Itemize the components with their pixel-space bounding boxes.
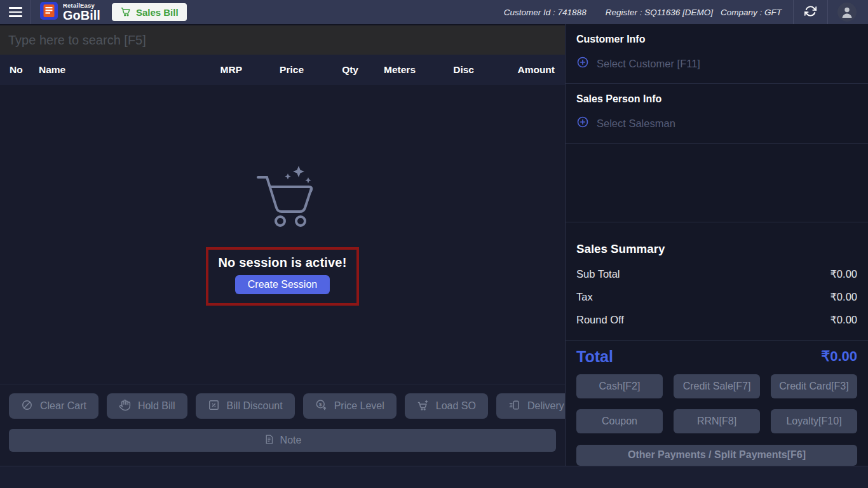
select-salesman-label: Select Salesman bbox=[597, 118, 675, 130]
register-label: Register : SQ11636 [DEMO] bbox=[606, 8, 713, 17]
session-alert: No session is active! Create Session bbox=[206, 247, 358, 306]
price-level-button[interactable]: $ Price Level bbox=[303, 393, 397, 419]
loyalty-button[interactable]: Loyalty[F10] bbox=[771, 409, 857, 433]
sales-summary-section: Sales Summary Sub Total ₹0.00 Tax ₹0.00 … bbox=[566, 222, 868, 340]
delivery-icon bbox=[508, 399, 520, 414]
menu-icon[interactable] bbox=[0, 0, 31, 24]
price-level-icon: $ bbox=[315, 399, 327, 414]
refresh-icon bbox=[804, 5, 817, 19]
customer-info-title: Customer Info bbox=[576, 34, 857, 45]
refresh-button[interactable] bbox=[794, 0, 827, 24]
percent-square-icon bbox=[208, 399, 220, 414]
coupon-button[interactable]: Coupon bbox=[576, 409, 663, 433]
tax-value: ₹0.00 bbox=[830, 291, 857, 303]
ban-icon bbox=[21, 399, 33, 414]
subtotal-row: Sub Total ₹0.00 bbox=[576, 268, 857, 280]
sales-bill-label: Sales Bill bbox=[136, 7, 179, 18]
hold-bill-button[interactable]: Hold Bill bbox=[107, 393, 187, 419]
brand-name-small: RetailEasy bbox=[63, 3, 100, 9]
note-button[interactable]: Note bbox=[9, 429, 556, 452]
search-input[interactable] bbox=[0, 24, 565, 55]
footer-bar bbox=[0, 466, 868, 488]
column-header-mrp: MRP bbox=[215, 64, 259, 76]
checkout-panel: Customer Info Select Customer [F11] Sale… bbox=[565, 24, 868, 466]
load-so-button[interactable]: Load SO bbox=[405, 393, 488, 419]
app-logo: RetailEasy GoBill bbox=[31, 2, 107, 22]
panel-spacer bbox=[566, 144, 868, 222]
roundoff-value: ₹0.00 bbox=[830, 314, 857, 326]
subtotal-value: ₹0.00 bbox=[830, 268, 857, 280]
logo-icon bbox=[40, 2, 58, 22]
hand-icon bbox=[119, 399, 131, 414]
column-header-amount: Amount bbox=[491, 64, 565, 76]
select-customer-label: Select Customer [F11] bbox=[597, 58, 700, 70]
customer-info-section: Customer Info Select Customer [F11] bbox=[566, 24, 868, 83]
payment-buttons: Cash[F2] Credit Sale[F7] Credit Card[F3]… bbox=[566, 374, 868, 433]
clear-cart-button[interactable]: Clear Cart bbox=[9, 393, 98, 419]
credit-sale-button[interactable]: Credit Sale[F7] bbox=[674, 374, 760, 398]
company-label: Company : GFT bbox=[721, 8, 782, 17]
total-row: Total ₹0.00 bbox=[566, 341, 868, 374]
rrn-button[interactable]: RRN[F8] bbox=[674, 409, 760, 433]
user-icon bbox=[839, 4, 855, 22]
sales-person-section: Sales Person Info Select Salesman bbox=[566, 84, 868, 143]
empty-cart-icon bbox=[247, 163, 318, 237]
create-session-button[interactable]: Create Session bbox=[235, 275, 330, 294]
other-payments-button[interactable]: Other Payments / Split Payments[F6] bbox=[576, 445, 857, 466]
bill-discount-label: Bill Discount bbox=[227, 400, 283, 412]
hold-bill-label: Hold Bill bbox=[138, 400, 175, 412]
cart-icon bbox=[417, 399, 429, 414]
brand-name-big: GoBill bbox=[63, 9, 100, 22]
sales-summary-title: Sales Summary bbox=[576, 242, 857, 256]
column-header-meters: Meters bbox=[376, 64, 433, 76]
note-label: Note bbox=[280, 435, 302, 446]
bill-discount-button[interactable]: Bill Discount bbox=[196, 393, 295, 419]
total-value: ₹0.00 bbox=[821, 348, 857, 365]
svg-text:$: $ bbox=[319, 401, 322, 407]
topbar: RetailEasy GoBill Sales Bill Customer Id… bbox=[0, 0, 868, 24]
plus-circle-icon bbox=[576, 116, 589, 131]
tax-label: Tax bbox=[576, 291, 593, 303]
total-label: Total bbox=[576, 348, 613, 366]
column-header-name: Name bbox=[28, 64, 215, 76]
load-so-label: Load SO bbox=[436, 400, 476, 412]
subtotal-label: Sub Total bbox=[576, 268, 620, 280]
cart-icon bbox=[120, 6, 132, 19]
plus-circle-icon bbox=[576, 56, 589, 71]
column-header-no: No bbox=[0, 64, 28, 76]
column-header-price: Price bbox=[259, 64, 321, 76]
empty-cart-area: No session is active! Create Session bbox=[0, 85, 565, 384]
cash-button[interactable]: Cash[F2] bbox=[576, 374, 663, 398]
user-avatar[interactable] bbox=[837, 3, 857, 22]
bill-main-panel: No Name MRP Price Qty Meters Disc Amount bbox=[0, 24, 565, 466]
select-customer-button[interactable]: Select Customer [F11] bbox=[576, 56, 700, 71]
select-salesman-button[interactable]: Select Salesman bbox=[576, 116, 675, 131]
divider bbox=[827, 0, 828, 24]
sales-person-title: Sales Person Info bbox=[576, 93, 857, 105]
roundoff-label: Round Off bbox=[576, 314, 624, 326]
note-icon bbox=[264, 434, 275, 447]
credit-card-button[interactable]: Credit Card[F3] bbox=[771, 374, 857, 398]
tax-row: Tax ₹0.00 bbox=[576, 291, 857, 303]
table-header: No Name MRP Price Qty Meters Disc Amount bbox=[0, 55, 565, 85]
roundoff-row: Round Off ₹0.00 bbox=[576, 314, 857, 326]
sales-bill-button[interactable]: Sales Bill bbox=[112, 3, 187, 21]
actions-bar: Clear Cart Hold Bill Bill Discount $ Pri… bbox=[0, 384, 565, 466]
column-header-qty: Qty bbox=[321, 64, 376, 76]
session-message: No session is active! bbox=[218, 255, 346, 270]
clear-cart-label: Clear Cart bbox=[40, 400, 86, 412]
column-header-disc: Disc bbox=[433, 64, 491, 76]
customer-id-label: Customer Id : 741888 bbox=[504, 8, 587, 17]
price-level-label: Price Level bbox=[334, 400, 384, 412]
